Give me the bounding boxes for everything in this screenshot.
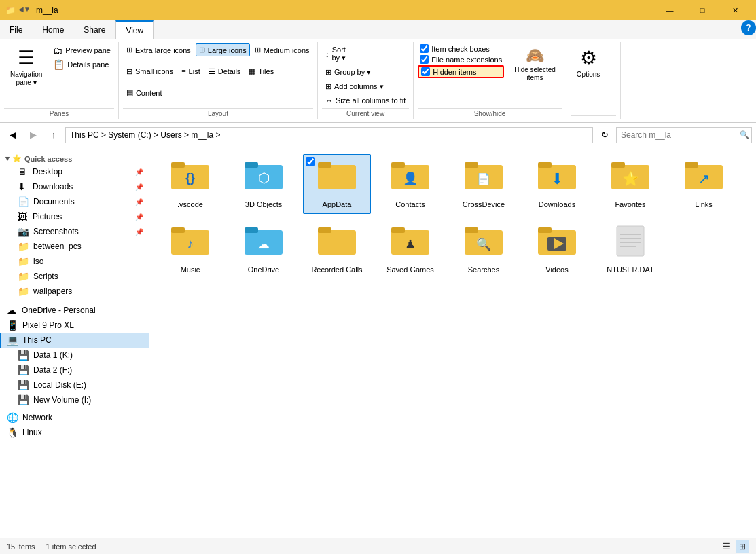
extra-large-icons-button[interactable]: ⊞ Extra large icons — [123, 43, 194, 56]
svg-text:♪: ♪ — [187, 236, 194, 251]
desktop-pin: 📌 — [135, 168, 143, 176]
crossdevice-folder-icon: 📄 — [465, 160, 503, 198]
hide-selected-button[interactable]: 🙈 Hide selecteditems — [508, 43, 562, 86]
favorites-name: Favorites — [615, 200, 645, 208]
up-button[interactable]: ↑ — [45, 126, 62, 144]
hidden-items-row[interactable]: Hidden items — [418, 65, 504, 78]
appdata-name: AppData — [323, 200, 352, 208]
title-bar-app-icon: 📁 — [5, 5, 16, 15]
preview-label: Preview pane — [65, 46, 111, 54]
details-view-button[interactable]: ☰ — [719, 540, 733, 553]
file-item-contacts[interactable]: 👤 Contacts — [376, 154, 444, 214]
medium-icons-button[interactable]: ⊞ Medium icons — [251, 43, 313, 56]
sort-by-button[interactable]: ↕ Sortby ▾ — [322, 43, 349, 64]
sidebar-item-iso[interactable]: 📁 iso — [11, 254, 149, 269]
medium-icon: ⊞ — [255, 45, 261, 54]
sidebar-item-new-volume[interactable]: 💾 New Volume (I:) — [11, 392, 149, 407]
navigation-pane-button[interactable]: ☰ Navigationpane ▾ — [4, 43, 48, 90]
file-item-favorites[interactable]: ⭐ Favorites — [596, 154, 664, 214]
current-view-content: ↕ Sortby ▾ ⊞ Group by ▾ ⊞ Add columns ▾ … — [322, 43, 409, 107]
file-item-saved-games[interactable]: ♟ Saved Games — [376, 219, 444, 279]
large-icons-button[interactable]: ⊞ Large icons — [196, 43, 250, 56]
file-item-downloads[interactable]: ⬇ Downloads — [523, 154, 591, 214]
options-button[interactable]: ⚙ Options — [571, 43, 606, 81]
file-item-onedrive[interactable]: ☁ OneDrive — [230, 219, 298, 279]
refresh-button[interactable]: ↻ — [596, 126, 613, 144]
sidebar-item-pixel[interactable]: 📱 Pixel 9 Pro XL — [0, 318, 149, 333]
tab-file[interactable]: File — [0, 20, 33, 39]
content-button[interactable]: ▤ Content — [123, 86, 166, 99]
sidebar-item-pictures[interactable]: 🖼 Pictures 📌 — [11, 209, 149, 224]
sidebar-item-scripts[interactable]: 📁 Scripts — [11, 269, 149, 284]
close-button[interactable]: ✕ — [719, 0, 751, 20]
search-input[interactable] — [616, 127, 752, 143]
size-columns-button[interactable]: ↔ Size all columns to fit — [322, 94, 409, 107]
sidebar-item-screenshots[interactable]: 📷 Screenshots 📌 — [11, 224, 149, 239]
svg-rect-18 — [611, 162, 625, 168]
sidebar-item-data2[interactable]: 💾 Data 2 (F:) — [11, 363, 149, 377]
tab-home[interactable]: Home — [33, 20, 74, 39]
iso-label: iso — [33, 257, 43, 266]
svg-rect-27 — [245, 227, 258, 233]
svg-rect-38 — [538, 227, 552, 233]
file-item-vscode[interactable]: {} .vscode — [156, 154, 224, 214]
svg-rect-24 — [171, 227, 185, 233]
help-button[interactable]: ? — [741, 20, 756, 35]
sidebar-item-network[interactable]: 🌐 Network — [0, 410, 149, 425]
contacts-folder-icon: 👤 — [391, 160, 429, 198]
large-label: Large icons — [208, 46, 247, 54]
ribbon-group-current-view: ↕ Sortby ▾ ⊞ Group by ▾ ⊞ Add columns ▾ … — [318, 42, 414, 119]
file-item-searches[interactable]: 🔍 Searches — [450, 219, 518, 279]
title-bar-icons: 📁 ◀▼ — [5, 5, 31, 15]
item-checkboxes-checkbox[interactable] — [420, 44, 429, 53]
nav-pane-icon: ☰ — [18, 47, 35, 69]
file-name-extensions-row[interactable]: File name extensions — [418, 54, 504, 64]
address-input[interactable] — [65, 127, 593, 143]
content-label: Content — [136, 89, 162, 97]
minimize-button[interactable]: — — [654, 0, 685, 20]
maximize-button[interactable]: □ — [687, 0, 718, 20]
sidebar-item-linux[interactable]: 🐧 Linux — [0, 425, 149, 440]
sidebar-item-this-pc[interactable]: 💻 This PC — [0, 333, 149, 348]
item-checkboxes-row[interactable]: Item check boxes — [418, 43, 504, 54]
small-icons-button[interactable]: ⊟ Small icons — [123, 65, 177, 78]
sidebar-item-desktop[interactable]: 🖥 Desktop 📌 — [11, 164, 149, 179]
sidebar-item-onedrive[interactable]: ☁ OneDrive - Personal — [0, 303, 149, 318]
details-icon: 📋 — [53, 60, 65, 69]
sidebar-item-between-pcs[interactable]: 📁 between_pcs — [11, 239, 149, 254]
file-item-3dobjects[interactable]: ⬡ 3D Objects — [230, 154, 298, 214]
large-icons-view-button[interactable]: ⊞ — [736, 540, 749, 553]
file-item-music[interactable]: ♪ Music — [156, 219, 224, 279]
file-name-extensions-checkbox[interactable] — [420, 55, 429, 64]
group-by-button[interactable]: ⊞ Group by ▾ — [322, 66, 374, 79]
sidebar-item-downloads[interactable]: ⬇ Downloads 📌 — [11, 179, 149, 194]
forward-button[interactable]: ▶ — [24, 126, 42, 144]
tab-share[interactable]: Share — [74, 20, 115, 39]
sidebar-item-wallpapers[interactable]: 📁 wallpapers — [11, 284, 149, 299]
file-item-recorded-calls[interactable]: Recorded Calls — [303, 219, 371, 279]
quick-access-section[interactable]: ▾ ⭐ Quick access — [0, 151, 149, 164]
add-columns-button[interactable]: ⊞ Add columns ▾ — [322, 80, 387, 93]
sidebar-item-documents[interactable]: 📄 Documents 📌 — [11, 194, 149, 209]
appdata-checkbox[interactable] — [306, 157, 315, 166]
file-item-crossdevice[interactable]: 📄 CrossDevice — [450, 154, 518, 214]
preview-pane-button[interactable]: 🗂 Preview pane — [50, 43, 114, 57]
tiles-button[interactable]: ▦ Tiles — [245, 65, 277, 78]
back-button[interactable]: ◀ — [4, 126, 22, 144]
sidebar-item-local-disk[interactable]: 💾 Local Disk (E:) — [11, 377, 149, 392]
sort-label: Sortby ▾ — [331, 45, 346, 62]
details-button[interactable]: ☰ Details — [205, 65, 245, 78]
file-item-links[interactable]: ↗ Links — [670, 154, 738, 214]
sidebar-item-data1[interactable]: 💾 Data 1 (K:) — [11, 348, 149, 363]
file-item-appdata[interactable]: AppData — [303, 154, 371, 214]
tab-view[interactable]: View — [115, 20, 154, 39]
screenshots-icon: 📷 — [18, 226, 29, 237]
selected-count: 1 item selected — [46, 542, 96, 551]
file-item-videos[interactable]: Videos — [523, 219, 591, 279]
file-item-ntuser[interactable]: NTUSER.DAT — [596, 219, 664, 279]
hidden-items-checkbox[interactable] — [421, 67, 430, 76]
details-pane-button[interactable]: 📋 Details pane — [50, 58, 114, 71]
size-col-label: Size all columns to fit — [336, 96, 406, 105]
ntuser-icon — [611, 225, 649, 263]
list-button[interactable]: ≡ List — [178, 65, 204, 77]
